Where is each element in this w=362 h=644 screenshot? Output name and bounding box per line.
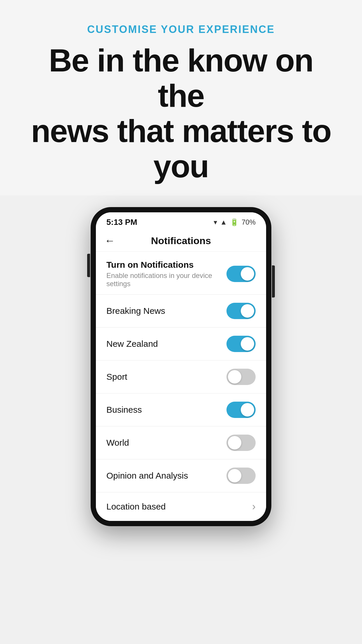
toggle-thumb [241, 337, 254, 351]
setting-label-business: Business [106, 405, 142, 415]
setting-label-opinion-and-analysis: Opinion and Analysis [106, 471, 188, 481]
setting-label-group: Turn on Notifications Enable notificatio… [106, 260, 226, 288]
customize-label: CUSTOMISE YOUR EXPERIENCE [23, 23, 339, 36]
status-time: 5:13 PM [106, 218, 137, 227]
toggle-new-zealand[interactable] [226, 336, 256, 352]
setting-label-world: World [106, 438, 129, 448]
setting-label-location-based: Location based [106, 502, 166, 512]
setting-label-breaking-news: Breaking News [106, 306, 165, 316]
battery-icon: 🔋 [230, 218, 239, 226]
setting-label-sport: Sport [106, 372, 127, 382]
top-section: CUSTOMISE YOUR EXPERIENCE Be in the know… [0, 0, 362, 195]
setting-row-new-zealand: New Zealand [96, 328, 266, 360]
battery-level: 70% [242, 218, 256, 226]
setting-row-world: World [96, 426, 266, 459]
toggle-opinion-and-analysis[interactable] [226, 468, 256, 484]
toggle-thumb [241, 403, 254, 416]
wifi-icon: ▾ [214, 218, 217, 226]
toggle-thumb [228, 469, 241, 482]
setting-row-turn-on-notifications: Turn on Notifications Enable notificatio… [96, 252, 266, 295]
setting-label-new-zealand: New Zealand [106, 339, 158, 349]
settings-list: Turn on Notifications Enable notificatio… [96, 252, 266, 521]
main-heading: Be in the know on the news that matters … [23, 43, 339, 184]
setting-row-sport: Sport [96, 360, 266, 393]
chevron-right-icon: › [252, 501, 256, 513]
setting-row-opinion-and-analysis: Opinion and Analysis [96, 459, 266, 492]
phone-mockup: 5:13 PM ▾ ▲ 🔋 70% ← Notifications Turn o… [91, 207, 271, 526]
nav-bar: ← Notifications [96, 230, 266, 252]
back-button[interactable]: ← [105, 235, 115, 247]
toggle-world[interactable] [226, 435, 256, 451]
main-heading-line1: Be in the know on the [49, 42, 313, 113]
phone-screen: 5:13 PM ▾ ▲ 🔋 70% ← Notifications Turn o… [96, 212, 266, 521]
setting-subtitle-turn-on-notifications: Enable notifications in your device sett… [106, 272, 226, 288]
toggle-turn-on-notifications[interactable] [226, 266, 256, 282]
signal-icon: ▲ [220, 218, 227, 226]
setting-row-breaking-news: Breaking News [96, 295, 266, 328]
toggle-thumb [241, 267, 254, 281]
toggle-thumb [241, 304, 254, 318]
toggle-breaking-news[interactable] [226, 303, 256, 319]
status-icons: ▾ ▲ 🔋 70% [214, 218, 256, 226]
toggle-thumb [228, 436, 241, 449]
setting-row-location-based[interactable]: Location based › [96, 492, 266, 521]
toggle-business[interactable] [226, 402, 256, 418]
main-heading-line2: news that matters to you [31, 113, 331, 184]
setting-label-turn-on-notifications: Turn on Notifications [106, 260, 226, 270]
toggle-thumb [228, 370, 241, 384]
setting-row-business: Business [96, 393, 266, 426]
toggle-sport[interactable] [226, 369, 256, 385]
status-bar: 5:13 PM ▾ ▲ 🔋 70% [96, 212, 266, 230]
nav-title: Notifications [151, 235, 211, 246]
